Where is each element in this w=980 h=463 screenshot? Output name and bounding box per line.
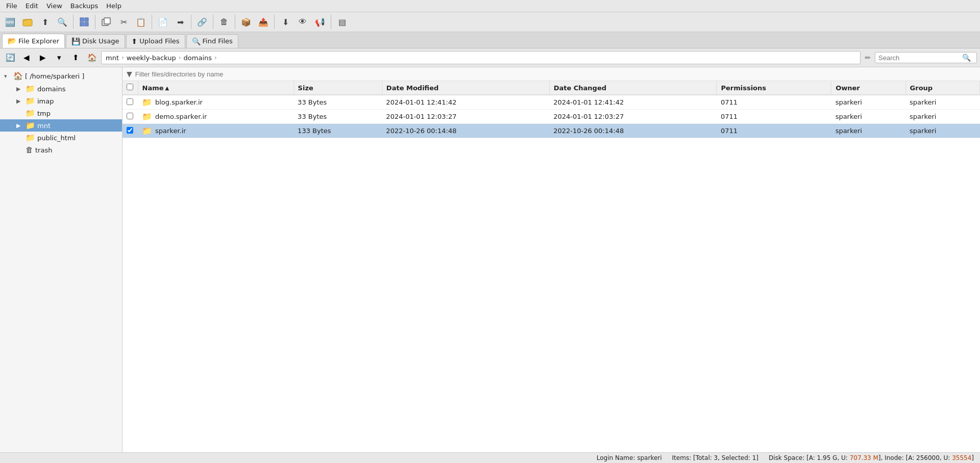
col-owner[interactable]: Owner [831,81,905,95]
addressbar: 🔄 ◀ ▶ ▾ ⬆ 🏠 mnt › weekly-backup › domain… [0,48,980,67]
svg-rect-4 [85,22,88,26]
row-checkbox-2[interactable] [122,124,138,138]
cut-btn[interactable]: ✂ [115,14,132,30]
row-date-modified-0: 2024-01-01 12:41:42 [382,95,549,110]
sidebar-item-trash[interactable]: 🗑 trash [0,144,122,156]
table-row[interactable]: 📁 demo.sparker.ir 33 Bytes 2024-01-01 12… [122,110,980,124]
refresh-btn[interactable]: 🔄 [3,50,17,65]
sep5 [213,15,213,29]
copy2-btn[interactable]: 📄 [155,14,171,30]
menu-view[interactable]: View [42,1,66,11]
breadcrumb-weekly-backup[interactable]: weekly-backup [126,54,177,62]
sidebar-root[interactable]: ▾ 🏠 [ /home/sparkeri ] [0,69,122,83]
row-check-1[interactable] [127,113,133,119]
menu-file[interactable]: File [2,1,21,11]
table-row[interactable]: 📁 blog.sparker.ir 33 Bytes 2024-01-01 12… [122,95,980,110]
row-group-2: sparkeri [905,124,979,138]
toolbar: 🆕 ⬆ 🔍 ✂ 📋 📄 ➡ 🔗 🗑 📦 📤 ⬇ 👁 📢 ▤ [0,12,980,32]
breadcrumb-domains[interactable]: domains [183,54,213,62]
search-input[interactable] [878,54,960,62]
search-btn[interactable]: 🔍 [54,14,70,30]
back-btn[interactable]: ◀ [19,50,34,65]
menu-edit[interactable]: Edit [21,1,42,11]
download-btn[interactable]: ⬇ [277,14,293,30]
col-date-modified[interactable]: Date Modified [382,81,549,95]
new-file-btn[interactable]: 🆕 [2,14,18,30]
select-all-checkbox[interactable] [127,84,133,90]
trash-expand-arrow [16,147,23,153]
row-group-1: sparkeri [905,110,979,124]
home-btn[interactable]: 🏠 [85,50,99,65]
symlink-btn[interactable]: 🔗 [194,14,210,30]
move-btn[interactable]: ➡ [172,14,188,30]
delete-btn[interactable]: 🗑 [216,14,232,30]
table-row[interactable]: 📁 sparker.ir 133 Bytes 2022-10-26 00:14:… [122,124,980,138]
file-explorer-tab[interactable]: 📂 File Explorer [2,34,65,48]
find-files-tab[interactable]: 🔍 Find Files [186,34,238,48]
col-permissions[interactable]: Permissions [717,81,831,95]
row-folder-icon-2: 📁 [142,126,152,136]
new-folder-btn[interactable] [19,14,36,30]
row-name-text-2: sparker.ir [155,127,186,135]
sidebar-item-tmp[interactable]: 📁 tmp [0,107,122,119]
col-checkbox[interactable] [122,81,138,95]
row-date-modified-1: 2024-01-01 12:03:27 [382,110,549,124]
search-execute-icon[interactable]: 🔍 [962,54,971,62]
disk-usage-label: Disk Usage [82,37,119,45]
sidebar-item-public_html-label: public_html [37,134,76,142]
row-name-0[interactable]: 📁 blog.sparker.ir [138,95,293,110]
preview-btn[interactable]: 👁 [295,14,311,30]
tmp-folder-icon: 📁 [26,109,35,118]
row-name-1[interactable]: 📁 demo.sparker.ir [138,110,293,124]
public_html-expand-arrow [16,135,23,141]
col-group[interactable]: Group [905,81,979,95]
edit-path-icon[interactable]: ✏ [863,54,873,62]
menu-help[interactable]: Help [102,1,126,11]
sep3 [152,15,152,29]
filelist: ▼ Name▲ Size Date Modified Date Changed … [122,67,980,452]
sidebar-item-public_html[interactable]: 📁 public_html [0,132,122,144]
row-check-0[interactable] [127,98,133,105]
upload-btn[interactable]: ⬆ [37,14,53,30]
inode-highlight: 35554 [952,454,971,461]
row-checkbox-1[interactable] [122,110,138,124]
select-all-btn[interactable] [76,14,92,30]
disk-usage-tab[interactable]: 💾 Disk Usage [66,34,125,48]
row-date-changed-1: 2024-01-01 12:03:27 [549,110,717,124]
row-folder-icon-0: 📁 [142,97,152,107]
sidebar-item-domains-label: domains [37,85,65,93]
up-btn[interactable]: ⬆ [68,50,83,65]
sidebar-item-mnt-label: mnt [37,122,51,130]
col-name[interactable]: Name▲ [138,81,293,95]
sidebar-item-mnt[interactable]: ▶ 📁 mnt [0,119,122,132]
terminal-btn[interactable]: ▤ [334,14,350,30]
sidebar-item-imap[interactable]: ▶ 📁 imap [0,95,122,107]
extract-btn[interactable]: 📤 [255,14,272,30]
row-size-0: 33 Bytes [293,95,382,110]
file-explorer-label: File Explorer [18,37,59,45]
forward-btn[interactable]: ▶ [36,50,50,65]
row-owner-0: sparkeri [831,95,905,110]
copy-location-btn[interactable] [98,14,114,30]
filter-input[interactable] [135,70,976,78]
forward-dropdown-btn[interactable]: ▾ [52,50,66,65]
sidebar-item-domains[interactable]: ▶ 📁 domains [0,83,122,95]
upload-files-label: Upload Files [139,37,179,45]
row-name-2[interactable]: 📁 sparker.ir [138,124,293,138]
col-size[interactable]: Size [293,81,382,95]
breadcrumb-mnt[interactable]: mnt [105,54,120,62]
compress-btn[interactable]: 📦 [238,14,254,30]
row-permissions-2: 0711 [717,124,831,138]
menu-backups[interactable]: Backups [66,1,102,11]
sep2 [95,15,95,29]
col-date-changed[interactable]: Date Changed [549,81,717,95]
imap-folder-icon: 📁 [26,96,35,106]
paste-btn[interactable]: 📋 [133,14,149,30]
share-btn[interactable]: 📢 [312,14,328,30]
row-check-2[interactable] [127,127,133,134]
login-status: Login Name: sparkeri [597,454,662,461]
sep6 [235,15,235,29]
upload-files-tab[interactable]: ⬆ Upload Files [126,34,185,48]
find-files-icon: 🔍 [192,37,201,45]
row-checkbox-0[interactable] [122,95,138,110]
